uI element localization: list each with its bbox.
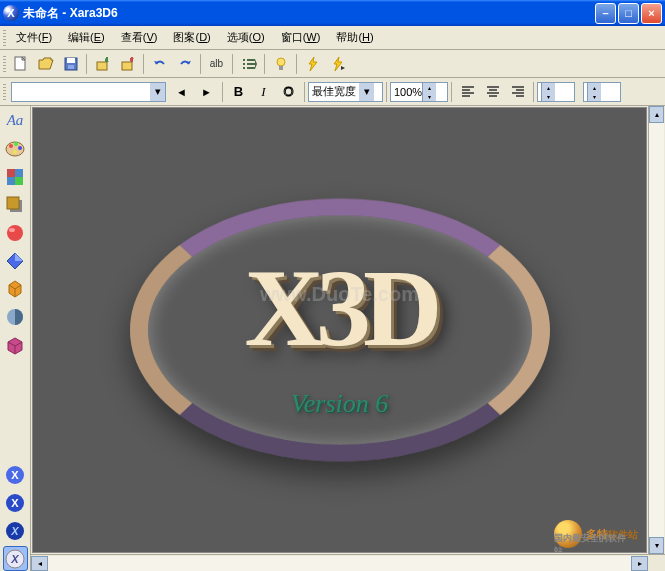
- close-button[interactable]: ×: [641, 3, 662, 24]
- font-prev-button[interactable]: ◄: [170, 81, 193, 103]
- svg-rect-17: [7, 197, 19, 209]
- svg-rect-14: [7, 169, 15, 177]
- zoom-combo[interactable]: 100%▴▾: [390, 82, 448, 102]
- font-dropdown[interactable]: ▾: [11, 82, 166, 102]
- format-toolbar: ▾ ◄ ► B I O 最佳宽度▾ 100%▴▾ ▴▾ ▴▾: [0, 78, 665, 106]
- italic-button[interactable]: I: [252, 81, 275, 103]
- svg-rect-7: [279, 66, 283, 70]
- menu-h[interactable]: 帮助(H): [328, 28, 381, 47]
- x-preset-3[interactable]: X: [3, 518, 28, 543]
- texture-tool[interactable]: [3, 164, 28, 189]
- new-button[interactable]: [9, 53, 32, 75]
- x-preset-4[interactable]: X: [3, 546, 28, 571]
- spinner2[interactable]: ▴▾: [583, 82, 621, 102]
- import-button[interactable]: [91, 53, 114, 75]
- shading-tool[interactable]: [3, 304, 28, 329]
- text-style-tool[interactable]: Aa: [3, 108, 28, 133]
- scrollbar-horizontal[interactable]: ◂ ▸: [31, 554, 665, 571]
- logo-main-text: X3D: [245, 253, 435, 363]
- scrollbar-vertical[interactable]: ▴ ▾: [648, 106, 665, 554]
- titlebar: X 未命名 - Xara3D6 – □ ×: [0, 0, 665, 26]
- main-toolbar: alb: [0, 50, 665, 78]
- fit-combo[interactable]: 最佳宽度▾: [308, 82, 383, 102]
- spinner1[interactable]: ▴▾: [537, 82, 575, 102]
- svg-point-19: [9, 228, 15, 232]
- align-right-button[interactable]: [506, 81, 529, 103]
- outline-button[interactable]: O: [277, 81, 300, 103]
- align-left-button[interactable]: [456, 81, 479, 103]
- logo-sub-text: Version 6: [291, 389, 389, 419]
- color-palette-tool[interactable]: [3, 136, 28, 161]
- export-button[interactable]: [116, 53, 139, 75]
- svg-rect-3: [68, 65, 74, 69]
- animation-bolt-button[interactable]: [301, 53, 324, 75]
- svg-text:X: X: [10, 553, 19, 565]
- toolbar-handle[interactable]: [0, 56, 8, 72]
- animation-play-button[interactable]: [326, 53, 349, 75]
- tool-sidebar: Aa X X X X: [0, 106, 31, 571]
- menubar-handle[interactable]: [0, 28, 8, 47]
- x-preset-2[interactable]: X: [3, 490, 28, 515]
- svg-text:X: X: [11, 469, 19, 481]
- svg-point-11: [18, 146, 22, 150]
- svg-point-18: [7, 225, 23, 241]
- svg-text:X: X: [10, 525, 19, 537]
- text-tool-button[interactable]: alb: [205, 53, 228, 75]
- sphere-tool[interactable]: [3, 220, 28, 245]
- box3d-tool[interactable]: [3, 332, 28, 357]
- x-preset-1[interactable]: X: [3, 462, 28, 487]
- redo-button[interactable]: [173, 53, 196, 75]
- window-title: 未命名 - Xara3D6: [23, 5, 595, 22]
- minimize-button[interactable]: –: [595, 3, 616, 24]
- open-button[interactable]: [34, 53, 57, 75]
- menubar: 文件(F)编辑(E)查看(V)图案(D)选项(O)窗口(W)帮助(H): [0, 26, 665, 50]
- bold-button[interactable]: B: [227, 81, 250, 103]
- svg-rect-5: [122, 62, 132, 70]
- svg-rect-2: [67, 58, 75, 63]
- list-button[interactable]: [237, 53, 260, 75]
- menu-o[interactable]: 选项(O): [219, 28, 273, 47]
- undo-button[interactable]: [148, 53, 171, 75]
- svg-point-12: [13, 150, 17, 154]
- align-center-button[interactable]: [481, 81, 504, 103]
- svg-point-6: [277, 58, 285, 66]
- svg-text:X: X: [11, 497, 19, 509]
- app-icon: X: [3, 5, 19, 21]
- format-toolbar-handle[interactable]: [0, 84, 8, 100]
- menu-w[interactable]: 窗口(W): [273, 28, 329, 47]
- maximize-button[interactable]: □: [618, 3, 639, 24]
- svg-point-9: [9, 144, 13, 148]
- lighting-button[interactable]: [269, 53, 292, 75]
- save-button[interactable]: [59, 53, 82, 75]
- bevel-tool[interactable]: [3, 248, 28, 273]
- font-next-button[interactable]: ►: [195, 81, 218, 103]
- extrude-tool[interactable]: [3, 276, 28, 301]
- shadow-tool[interactable]: [3, 192, 28, 217]
- logo-3d: X3D Version 6: [130, 190, 550, 470]
- canvas[interactable]: X3D Version 6 www.DuoTe.com 多特软件站 国内最安全的…: [32, 107, 647, 553]
- svg-rect-15: [15, 177, 23, 185]
- menu-v[interactable]: 查看(V): [113, 28, 166, 47]
- menu-d[interactable]: 图案(D): [165, 28, 218, 47]
- menu-e[interactable]: 编辑(E): [60, 28, 113, 47]
- svg-rect-4: [97, 62, 107, 70]
- svg-point-10: [14, 142, 18, 146]
- menu-f[interactable]: 文件(F): [8, 28, 60, 47]
- duote-badge: 多特软件站 国内最安全的软件站: [554, 520, 638, 548]
